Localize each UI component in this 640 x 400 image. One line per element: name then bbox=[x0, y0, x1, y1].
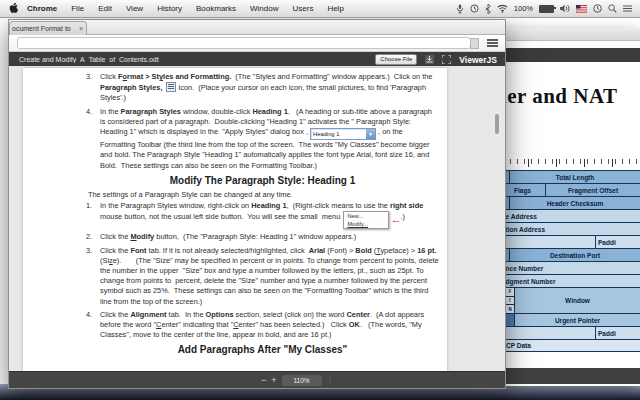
address-bar[interactable] bbox=[17, 37, 471, 49]
apply-styles-combobox[interactable]: Heading 1▼ bbox=[310, 128, 376, 140]
menu-item-chrome[interactable]: Chrome bbox=[20, 0, 64, 17]
header-field-cell: Paddi bbox=[595, 327, 640, 339]
menu-item-modify[interactable]: Modify... bbox=[344, 220, 388, 229]
list-number: 1. bbox=[86, 201, 92, 211]
list-item: 1. In the Paragraph Styles window, right… bbox=[86, 201, 439, 229]
zoom-in-button[interactable]: + bbox=[271, 374, 276, 386]
sync-icon[interactable] bbox=[470, 4, 479, 13]
text-run: Heading 1 bbox=[252, 107, 287, 116]
header-field-cell: FIN bbox=[505, 288, 514, 313]
header-table-row: Header Checksum bbox=[500, 196, 640, 209]
notification-center-icon[interactable] bbox=[623, 5, 632, 13]
header-table-row: FlagsFragment Offset bbox=[500, 183, 640, 196]
context-menu: New...Modify... bbox=[343, 211, 389, 229]
menu-item-window[interactable]: Window bbox=[243, 0, 285, 17]
text-run: e). (The "Size" may be specified in perc… bbox=[100, 256, 441, 306]
text-run: Heading 1 bbox=[251, 201, 286, 210]
browser-window: ocument Format to × Create and Modify_A_… bbox=[8, 19, 506, 389]
list-number: 3. bbox=[86, 246, 92, 256]
text-run: les and Formatting. bbox=[163, 72, 231, 81]
zoom-out-button[interactable]: − bbox=[261, 374, 266, 386]
text-run: enter" indicating that " bbox=[161, 320, 233, 329]
spotlight-search-icon[interactable] bbox=[608, 4, 617, 13]
bluetooth-icon[interactable] bbox=[485, 4, 491, 14]
menu-item-view[interactable]: View bbox=[119, 0, 150, 17]
background-bottom-toolbar bbox=[500, 368, 640, 384]
header-field-cell: Total Length bbox=[509, 171, 640, 183]
volume-icon[interactable] bbox=[560, 4, 570, 13]
choose-file-button[interactable]: Choose File bbox=[375, 54, 417, 65]
list-item: 3. Click the Font tab. If it is not alre… bbox=[86, 246, 439, 307]
text-run: , (Right-click means to use the bbox=[287, 201, 391, 210]
text-run: Click the bbox=[100, 246, 130, 255]
paragraph-styles-icon[interactable] bbox=[166, 82, 176, 92]
browser-toolbar bbox=[9, 35, 505, 52]
header-table-row: ce Address bbox=[500, 209, 640, 222]
zoom-level[interactable]: 110% bbox=[282, 375, 322, 386]
text-run: (Font) > bbox=[325, 246, 355, 255]
text-run: Options bbox=[206, 310, 234, 319]
background-tab-strip bbox=[500, 28, 640, 41]
wifi-icon[interactable] bbox=[497, 4, 508, 13]
list-item-text: In the Paragraph Styles window, double-c… bbox=[100, 107, 434, 170]
download-icon[interactable] bbox=[425, 55, 434, 64]
text-run: Center bbox=[346, 310, 369, 319]
text-run: OK bbox=[349, 320, 360, 329]
fullscreen-icon[interactable] bbox=[442, 55, 451, 64]
list-number: 4. bbox=[86, 107, 92, 117]
menu-item-help[interactable]: Help bbox=[320, 0, 350, 17]
list-number: 4. bbox=[86, 310, 92, 320]
list-number: 3. bbox=[86, 72, 92, 82]
text-run: Paragraph Styles, bbox=[100, 83, 162, 92]
apple-menu-icon[interactable] bbox=[6, 3, 20, 14]
list-item: 4. Click the Alignment tab. In the Optio… bbox=[86, 310, 439, 341]
scrollbar-thumb[interactable] bbox=[495, 114, 499, 134]
text-run: right side bbox=[390, 201, 423, 210]
header-table-row: edgment Number bbox=[500, 274, 640, 287]
list-item-text: Click the Font tab. If it is not already… bbox=[100, 246, 441, 306]
list-item-text: Click the Modify button, (The "Paragraph… bbox=[100, 232, 356, 241]
tab-strip: ocument Format to × bbox=[9, 20, 505, 35]
bit-ruler bbox=[500, 159, 640, 167]
page-action-icon[interactable] bbox=[470, 38, 479, 49]
header-table-row: Paddi bbox=[500, 326, 640, 339]
browser-menu-icon[interactable] bbox=[487, 39, 498, 47]
text-run: 16 pt. bbox=[417, 246, 436, 255]
background-window[interactable]: der and NAT Total LengthFlagsFragment Of… bbox=[500, 28, 640, 386]
text-run: odify bbox=[137, 232, 155, 241]
text-run: enter" has been selected.) Click bbox=[239, 320, 349, 329]
menu-item-history[interactable]: History bbox=[150, 0, 189, 17]
viewer-content: 3. Click Format > Styles and Formatting.… bbox=[9, 66, 505, 371]
list-item-text: In the Paragraph Styles window, right-cl… bbox=[100, 201, 425, 221]
browser-tab[interactable]: ocument Format to × bbox=[9, 21, 87, 35]
text-run: Click bbox=[100, 72, 118, 81]
list-number: 2. bbox=[86, 232, 92, 242]
section-heading: Add Paragraphs After "My Classes" bbox=[86, 345, 439, 355]
text-run: Click the bbox=[100, 310, 130, 319]
header-table-row: ence Number bbox=[500, 261, 640, 274]
header-field-cell: Flags bbox=[500, 184, 545, 196]
combobox-value: Heading 1 bbox=[311, 129, 366, 139]
input-language-flag-icon[interactable] bbox=[576, 5, 587, 13]
viewer-header: Create and Modify_A_Table_of_Contents.od… bbox=[9, 52, 505, 67]
header-field-cell: edgment Number bbox=[500, 275, 640, 287]
toolbar-overflow-icon[interactable]: ⋮ bbox=[327, 376, 334, 384]
document-title-fragment: der and NAT bbox=[500, 84, 618, 109]
menu-item-users[interactable]: Users bbox=[285, 0, 320, 17]
section-heading: Modify The Paragraph Style: Heading 1 bbox=[86, 176, 439, 186]
header-table-row: Paddi bbox=[500, 235, 640, 248]
menu-item-bookmarks[interactable]: Bookmarks bbox=[189, 0, 243, 17]
menu-item-file[interactable]: File bbox=[64, 0, 91, 17]
microphone-icon[interactable] bbox=[456, 4, 464, 14]
battery-icon[interactable] bbox=[539, 5, 554, 13]
header-table: Total LengthFlagsFragment OffsetHeader C… bbox=[500, 170, 640, 352]
chevron-down-icon[interactable]: ▼ bbox=[366, 129, 375, 139]
macos-menu-bar: Chrome File Edit View History Bookmarks … bbox=[0, 0, 640, 18]
text-run: tab. In the bbox=[167, 310, 206, 319]
clock-icon[interactable] bbox=[593, 4, 602, 13]
list-item-text: Click Format > Styles and Formatting. (T… bbox=[100, 72, 435, 102]
header-field-cell: Urgent Pointer bbox=[514, 314, 640, 326]
menu-item-edit[interactable]: Edit bbox=[91, 0, 119, 17]
menu-item-new[interactable]: New... bbox=[344, 212, 388, 220]
tab-close-icon[interactable]: × bbox=[76, 25, 86, 32]
